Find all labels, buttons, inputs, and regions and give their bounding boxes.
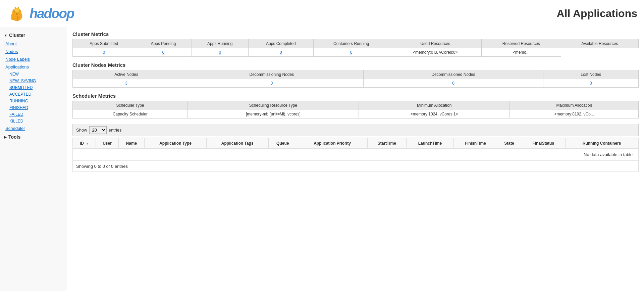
data-table-header-running-containers[interactable]: Running Containers (566, 138, 638, 149)
cluster-metrics-value: 0 (73, 48, 135, 57)
nodes-metrics-header: Active Nodes (73, 70, 180, 79)
scheduler-value: [memory-mb (unit=Mi), vcores] (187, 110, 359, 118)
data-table-header-finalstatus[interactable]: FinalStatus (521, 138, 566, 149)
sidebar-cluster-header[interactable]: ▼ Cluster (0, 31, 67, 40)
hadoop-logo-text: hadoop (30, 6, 74, 21)
cluster-nodes-title: Cluster Nodes Metrics (72, 62, 639, 68)
entries-select[interactable]: 10202550100 (89, 126, 107, 134)
entries-label: entries (109, 128, 122, 133)
data-table-header-starttime[interactable]: StartTime (367, 138, 406, 149)
tools-label: Tools (8, 134, 20, 140)
show-entries-bar: Show 10202550100 entries (72, 124, 639, 136)
cluster-label: Cluster (9, 33, 25, 38)
scheduler-header-row: Scheduler TypeScheduling Resource TypeMi… (73, 101, 639, 110)
cluster-metrics-value: 0 (248, 48, 313, 57)
sidebar-app-state-new[interactable]: NEW (0, 71, 67, 78)
app-states-list: NEWNEW_SAVINGSUBMITTEDACCEPTEDRUNNINGFIN… (0, 71, 67, 125)
data-table-wrapper: ID ▼UserNameApplication TypeApplication … (72, 138, 639, 161)
scheduler-value: <memory:8192, vCo... (510, 110, 639, 118)
data-table-header-application-priority[interactable]: Application Priority (297, 138, 368, 149)
cluster-arrow-icon: ▼ (4, 34, 7, 37)
nodes-metrics-value: 0 (363, 79, 543, 88)
cluster-metrics-value: 0 (135, 48, 192, 57)
data-table-header-application-tags[interactable]: Application Tags (206, 138, 268, 149)
cluster-metrics-table: Apps SubmittedApps PendingApps RunningAp… (72, 39, 639, 57)
scheduler-metrics-title: Scheduler Metrics (72, 93, 639, 99)
cluster-metrics-header: Used Resources (389, 39, 482, 48)
data-table-header-name[interactable]: Name (118, 138, 145, 149)
cluster-metrics-value: 0 (192, 48, 248, 57)
sidebar-item-about[interactable]: About (0, 40, 67, 48)
tools-arrow-icon: ▶ (4, 135, 7, 139)
data-table-header-launchtime[interactable]: LaunchTime (406, 138, 454, 149)
sidebar-app-state-finished[interactable]: FINISHED (0, 104, 67, 111)
hadoop-elephant-icon (7, 3, 27, 23)
sidebar-item-scheduler[interactable]: Scheduler (0, 125, 67, 132)
data-table-header-application-type[interactable]: Application Type (145, 138, 207, 149)
cluster-metrics-title: Cluster Metrics (72, 31, 639, 37)
sidebar-tools-header[interactable]: ▶ Tools (0, 132, 67, 142)
no-data-cell: No data available in table (73, 149, 638, 161)
sidebar-app-state-new_saving[interactable]: NEW_SAVING (0, 78, 67, 84)
logo-area: hadoop (7, 3, 74, 23)
sidebar-item-nodes[interactable]: Nodes (0, 48, 67, 55)
svg-rect-5 (16, 13, 18, 15)
sort-arrow-icon: ▼ (86, 142, 89, 145)
no-data-row: No data available in table (73, 149, 638, 161)
sidebar-app-state-accepted[interactable]: ACCEPTED (0, 91, 67, 98)
cluster-metrics-value: 0 (313, 48, 389, 57)
nodes-metrics-value-row: 3000 (73, 79, 639, 88)
data-table-header-id[interactable]: ID ▼ (73, 138, 96, 149)
page-title: All Applications (556, 7, 637, 20)
sidebar-app-state-submitted[interactable]: SUBMITTED (0, 84, 67, 91)
scheduler-header: Minimum Allocation (359, 101, 510, 110)
layout: ▼ Cluster About Nodes Node Labels Applic… (0, 27, 644, 291)
sidebar-item-node-labels[interactable]: Node Labels (0, 55, 67, 63)
cluster-metrics-value-row: 00000<memory:0 B, vCores:0><memo... (73, 48, 639, 57)
sidebar-app-state-failed[interactable]: FAILED (0, 111, 67, 118)
cluster-metrics-value: <memo... (482, 48, 561, 57)
cluster-metrics-header: Apps Running (192, 39, 248, 48)
scheduler-header: Scheduler Type (73, 101, 188, 110)
cluster-metrics-header: Reserved Resources (482, 39, 561, 48)
scheduler-header: Maximum Allocation (510, 101, 639, 110)
nodes-metrics-header-row: Active NodesDecommissioning NodesDecommi… (73, 70, 639, 79)
cluster-metrics-header-row: Apps SubmittedApps PendingApps RunningAp… (73, 39, 639, 48)
sidebar: ▼ Cluster About Nodes Node Labels Applic… (0, 27, 67, 291)
cluster-metrics-value: <memory:0 B, vCores:0> (389, 48, 482, 57)
data-table-header-user[interactable]: User (96, 138, 118, 149)
sidebar-app-state-running[interactable]: RUNNING (0, 98, 67, 104)
nodes-metrics-value: 3 (73, 79, 180, 88)
applications-table: ID ▼UserNameApplication TypeApplication … (73, 138, 638, 161)
nodes-metrics-header: Lost Nodes (543, 70, 639, 79)
data-table-header-state[interactable]: State (497, 138, 521, 149)
main-content: Cluster Metrics Apps SubmittedApps Pendi… (67, 27, 644, 291)
scheduler-metrics-table: Scheduler TypeScheduling Resource TypeMi… (72, 101, 639, 118)
data-table-header-finishtime[interactable]: FinishTime (454, 138, 497, 149)
header: hadoop All Applications (0, 0, 644, 27)
cluster-metrics-header: Containers Running (313, 39, 389, 48)
show-label: Show (76, 128, 87, 133)
scheduler-value: Capacity Scheduler (73, 110, 188, 118)
scheduler-value: <memory:1024, vCores:1> (359, 110, 510, 118)
nodes-metrics-header: Decommissioning Nodes (180, 70, 364, 79)
cluster-metrics-header: Available Resources (561, 39, 638, 48)
scheduler-value-row: Capacity Scheduler[memory-mb (unit=Mi), … (73, 110, 639, 118)
cluster-metrics-header: Apps Pending (135, 39, 192, 48)
scheduler-header: Scheduling Resource Type (187, 101, 359, 110)
showing-text: Showing 0 to 0 of 0 entries (72, 161, 639, 172)
nodes-metrics-value: 0 (180, 79, 364, 88)
cluster-metrics-header: Apps Submitted (73, 39, 135, 48)
cluster-nodes-table: Active NodesDecommissioning NodesDecommi… (72, 70, 639, 88)
nodes-metrics-header: Decommissioned Nodes (363, 70, 543, 79)
sidebar-item-applications[interactable]: Applications (0, 63, 67, 71)
data-table-header-row: ID ▼UserNameApplication TypeApplication … (73, 138, 638, 149)
cluster-metrics-header: Apps Completed (248, 39, 313, 48)
svg-point-4 (14, 8, 19, 12)
nodes-metrics-value: 0 (543, 79, 639, 88)
data-table-header-queue[interactable]: Queue (268, 138, 297, 149)
sidebar-app-state-killed[interactable]: KILLED (0, 118, 67, 125)
